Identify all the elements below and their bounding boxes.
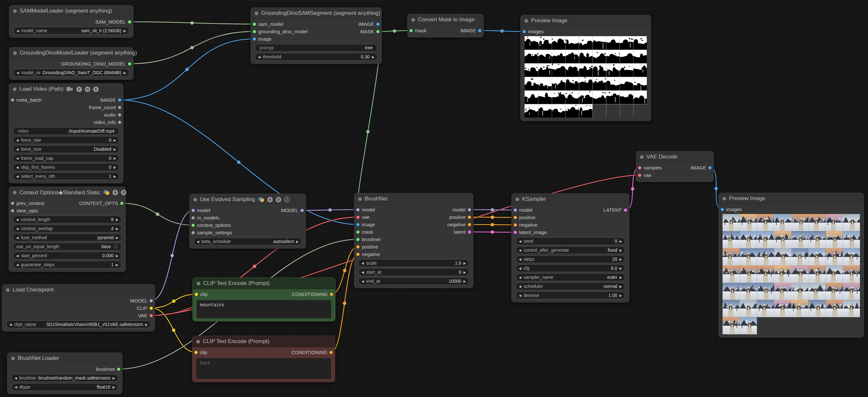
- port-mask-input[interactable]: [356, 230, 360, 234]
- port-model-output[interactable]: [468, 208, 471, 211]
- node-title-bar[interactable]: BrushNet: [354, 193, 473, 205]
- prompt-textarea[interactable]: text: [196, 358, 331, 379]
- increment-arrow-icon[interactable]: ▶: [114, 139, 116, 142]
- node-title-bar[interactable]: GroundingDinoModelLoader (segment anythi…: [9, 48, 133, 59]
- widget-force_rate[interactable]: ◀force_rate0▶: [13, 136, 119, 144]
- port-model-input[interactable]: [191, 209, 195, 212]
- port-latent_image-input[interactable]: [514, 231, 517, 234]
- widget-threshold[interactable]: ◀threshold0.30▶: [255, 53, 378, 61]
- widget-force_size[interactable]: ◀force_sizeDisabled▶: [13, 145, 119, 153]
- increment-arrow-icon[interactable]: ▶: [114, 166, 116, 169]
- node-context_opts[interactable]: Context Options◆Standard StaticADprev_co…: [9, 187, 126, 272]
- collapse-dot[interactable]: [13, 87, 17, 91]
- widget-scale[interactable]: ◀scale1.0▶: [358, 259, 469, 267]
- port-negative-input[interactable]: [514, 223, 517, 227]
- node-vae_decode[interactable]: VAE DecodesamplesIMAGEvae: [636, 151, 714, 182]
- increment-arrow-icon[interactable]: ▶: [463, 271, 466, 274]
- node-title-bar[interactable]: SAMModelLoader (segment anything): [9, 5, 133, 17]
- node-sam_loader[interactable]: SAMModelLoader (segment anything)SAM_MOD…: [9, 5, 133, 38]
- decrement-arrow-icon[interactable]: ◀: [17, 29, 19, 33]
- port-model-input[interactable]: [356, 208, 360, 211]
- node-title-bar[interactable]: GroundingDinoSAMSegment (segment anythin…: [251, 8, 381, 19]
- increment-arrow-icon[interactable]: ▶: [114, 147, 116, 151]
- collapse-dot[interactable]: [11, 357, 15, 360]
- port-image-input[interactable]: [356, 223, 360, 226]
- widget-sampler_name[interactable]: ◀sampler_nameeuler▶: [516, 274, 625, 281]
- widget-brushnet[interactable]: ◀brushnetbrushnet/random_mask.safetensor…: [11, 374, 118, 382]
- node-title-bar[interactable]: CLIP Text Encode (Prompt): [193, 278, 335, 289]
- increment-arrow-icon[interactable]: ▶: [463, 280, 466, 283]
- port-SAM_MODEL-output[interactable]: [128, 20, 131, 24]
- decrement-arrow-icon[interactable]: ◀: [14, 386, 17, 389]
- widget-start_at[interactable]: ◀start_at0▶: [358, 268, 469, 276]
- collapse-dot[interactable]: [197, 282, 200, 285]
- node-load_video[interactable]: Load Video (Path)VHSmeta_batchIMAGEframe…: [9, 83, 123, 183]
- decrement-arrow-icon[interactable]: ◀: [519, 266, 521, 270]
- node-title-bar[interactable]: Use Evolved SamplingAD2: [190, 194, 306, 205]
- node-title-bar[interactable]: Load Video (Path)VHS: [9, 84, 123, 95]
- node-ksampler[interactable]: KSamplermodelLATENTpositivenegativelaten…: [512, 193, 629, 303]
- decrement-arrow-icon[interactable]: ◀: [16, 139, 19, 142]
- collapse-dot[interactable]: [516, 198, 519, 201]
- node-dino_loader[interactable]: GroundingDinoModelLoader (segment anythi…: [9, 47, 133, 80]
- port-brushnet-input[interactable]: [356, 238, 360, 241]
- port-GROUNDING_DINO_MODEL-output[interactable]: [128, 62, 131, 65]
- port-image-input[interactable]: [253, 37, 256, 41]
- port-brushnet-output[interactable]: [117, 368, 120, 371]
- increment-arrow-icon[interactable]: ▶: [123, 29, 126, 33]
- decrement-arrow-icon[interactable]: ◀: [362, 261, 364, 265]
- decrement-arrow-icon[interactable]: ◀: [519, 276, 521, 279]
- port-images-input[interactable]: [523, 30, 526, 33]
- decrement-arrow-icon[interactable]: ◀: [16, 157, 19, 160]
- decrement-arrow-icon[interactable]: ◀: [17, 71, 19, 75]
- increment-arrow-icon[interactable]: ▶: [116, 263, 118, 266]
- increment-arrow-icon[interactable]: ▶: [114, 157, 116, 160]
- port-vae-input[interactable]: [638, 174, 641, 177]
- port-negative-input[interactable]: [356, 253, 360, 256]
- decrement-arrow-icon[interactable]: ◀: [16, 236, 19, 239]
- port-frame_count-output[interactable]: [118, 106, 121, 109]
- widget-seed[interactable]: ◀seed0▶: [516, 237, 625, 245]
- widget-model_name[interactable]: ◀model_namesam_vit_h (2.56GB)▶: [13, 27, 129, 34]
- port-IMAGE-output[interactable]: [118, 98, 121, 102]
- increment-arrow-icon[interactable]: ▶: [116, 227, 118, 230]
- port-negative-output[interactable]: [468, 223, 471, 226]
- decrement-arrow-icon[interactable]: ◀: [16, 254, 19, 258]
- increment-arrow-icon[interactable]: ▶: [145, 323, 148, 326]
- widget-skip_first_frames[interactable]: ◀skip_first_frames0▶: [13, 163, 119, 171]
- widget-cfg[interactable]: ◀cfg8.0▶: [516, 264, 625, 272]
- node-title-bar[interactable]: VAE Decode: [636, 151, 714, 163]
- port-mask-input[interactable]: [409, 29, 413, 32]
- port-MODEL-output[interactable]: [150, 299, 153, 303]
- decrement-arrow-icon[interactable]: ◀: [519, 239, 521, 243]
- decrement-arrow-icon[interactable]: ◀: [16, 263, 19, 266]
- port-sam_model-input[interactable]: [253, 23, 256, 26]
- decrement-arrow-icon[interactable]: ◀: [362, 271, 364, 274]
- decrement-arrow-icon[interactable]: ◀: [519, 285, 521, 288]
- increment-arrow-icon[interactable]: ▶: [116, 236, 118, 239]
- widget-end_at[interactable]: ◀end_at10000▶: [358, 277, 469, 285]
- increment-arrow-icon[interactable]: ▶: [123, 71, 126, 75]
- collapse-dot[interactable]: [193, 198, 197, 201]
- port-samples-input[interactable]: [638, 166, 641, 169]
- decrement-arrow-icon[interactable]: ◀: [9, 323, 12, 326]
- increment-arrow-icon[interactable]: ▶: [463, 261, 466, 265]
- port-view_opts-input[interactable]: [11, 209, 14, 212]
- decrement-arrow-icon[interactable]: ◀: [197, 240, 199, 244]
- node-preview_mask[interactable]: Preview Imageimages: [520, 15, 651, 121]
- port-positive-input[interactable]: [356, 245, 360, 249]
- increment-arrow-icon[interactable]: ▶: [619, 266, 622, 270]
- widget-frame_load_cap[interactable]: ◀frame_load_cap0▶: [13, 154, 119, 162]
- decrement-arrow-icon[interactable]: ◀: [519, 258, 521, 261]
- port-clip-input[interactable]: [195, 293, 198, 296]
- widget-use_on_equal_length[interactable]: use_on_equal_lengthfalse: [13, 243, 122, 251]
- increment-arrow-icon[interactable]: ▶: [113, 386, 115, 389]
- node-title-bar[interactable]: KSampler: [512, 194, 629, 205]
- decrement-arrow-icon[interactable]: ◀: [14, 376, 17, 380]
- port-context_options-input[interactable]: [191, 224, 195, 227]
- port-CLIP-output[interactable]: [150, 307, 153, 310]
- collapse-dot[interactable]: [13, 51, 17, 55]
- widget-denoise[interactable]: ◀denoise1.00▶: [516, 291, 625, 299]
- node-title-bar[interactable]: Context Options◆Standard StaticAD: [9, 187, 125, 198]
- increment-arrow-icon[interactable]: ▶: [619, 276, 622, 279]
